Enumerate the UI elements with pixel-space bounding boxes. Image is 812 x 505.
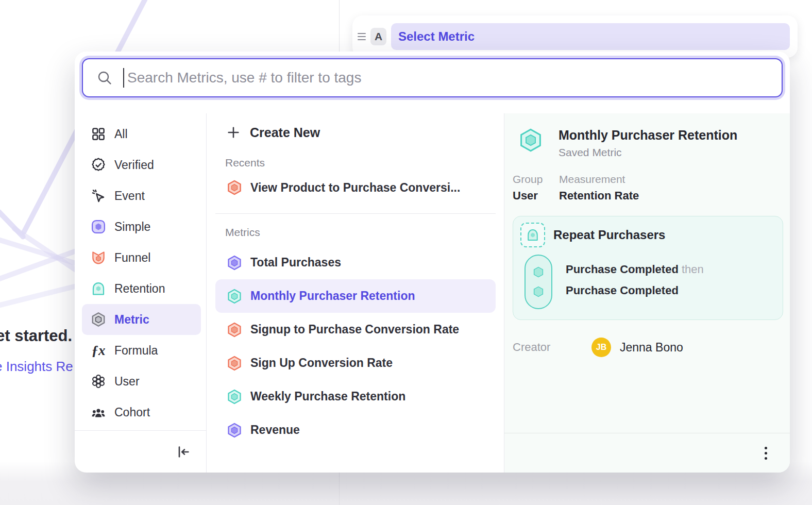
screen: et started. e Insights Re A Select Metri… xyxy=(0,0,812,505)
metric-hexagon-orange-icon xyxy=(227,322,242,338)
metric-hexagon-teal-icon xyxy=(227,289,242,304)
measurement-value: Retention Rate xyxy=(559,189,639,203)
step-hexagon-icon xyxy=(532,285,545,298)
metrics-section-label: Metrics xyxy=(207,226,504,239)
sidebar-item-funnel[interactable]: Funnel xyxy=(82,242,201,273)
sidebar-item-retention[interactable]: Retention xyxy=(82,273,201,304)
metric-list-item[interactable]: Weekly Purchase Retention xyxy=(215,380,496,413)
recent-metric-item[interactable]: View Product to Purchase Conversi... xyxy=(215,173,496,202)
detail-footer xyxy=(504,433,790,473)
definition-step1: Purchase Completed xyxy=(566,263,679,276)
drag-handle-icon[interactable] xyxy=(358,33,366,40)
sidebar-item-cohort[interactable]: Cohort xyxy=(82,397,201,428)
column-divider xyxy=(504,113,504,473)
sidebar-footer xyxy=(75,430,206,473)
measurement-label: Measurement xyxy=(559,173,639,186)
creator-label: Creator xyxy=(513,341,591,354)
cursor-click-icon xyxy=(90,188,107,204)
group-value: User xyxy=(513,189,559,203)
metric-list-item[interactable]: Total Purchases xyxy=(215,246,496,279)
metric-picker-modal: All Verified xyxy=(75,52,790,473)
plus-icon xyxy=(226,125,241,140)
group-label: Group xyxy=(513,173,559,186)
creator-name: Jenna Bono xyxy=(620,341,683,355)
sidebar-item-metric[interactable]: Metric xyxy=(82,304,201,335)
search-input[interactable] xyxy=(127,70,782,86)
retention-definition-icon xyxy=(520,223,545,247)
metric-label: Sign Up Conversion Rate xyxy=(250,356,393,370)
definition-card: Repeat Purchasers Purchase Comp xyxy=(513,216,783,320)
metric-list-item-selected[interactable]: Monthly Purchaser Retention xyxy=(215,279,496,313)
sidebar-item-label: User xyxy=(114,375,140,389)
metric-label: Signup to Purchase Conversion Rate xyxy=(250,323,459,336)
sidebar-item-label: All xyxy=(114,127,128,141)
detail-title: Monthly Purchaser Retention xyxy=(559,128,737,143)
sidebar-item-label: Verified xyxy=(114,158,154,172)
sidebar-item-formula[interactable]: ƒx Formula xyxy=(82,335,201,366)
sidebar-item-user[interactable]: User xyxy=(82,366,201,397)
metric-hexagon-purple-icon xyxy=(227,423,242,438)
grid-icon xyxy=(90,126,107,142)
metric-hexagon-teal-icon xyxy=(518,128,543,153)
cohort-icon xyxy=(90,404,107,420)
simple-metric-icon xyxy=(90,218,107,235)
sidebar-item-label: Cohort xyxy=(114,406,150,419)
list-divider xyxy=(215,213,496,214)
formula-icon: ƒx xyxy=(90,342,107,359)
sidebar-item-simple[interactable]: Simple xyxy=(82,211,201,242)
search-icon xyxy=(96,70,113,86)
background-insights-report-link[interactable]: e Insights Re xyxy=(0,359,73,375)
retention-steps-capsule xyxy=(525,255,552,309)
detail-subtitle: Saved Metric xyxy=(559,146,737,159)
definition-name: Repeat Purchasers xyxy=(553,228,665,242)
metric-hexagon-orange-icon xyxy=(227,356,242,371)
metric-list-item[interactable]: Sign Up Conversion Rate xyxy=(215,346,496,380)
metric-list-column: Create New Recents View Product to Purch… xyxy=(207,113,504,473)
more-options-button[interactable] xyxy=(762,444,770,463)
background-partial-heading: et started. xyxy=(0,327,72,345)
definition-step2: Purchase Completed xyxy=(566,280,704,301)
metric-row-badge: A xyxy=(370,28,386,45)
user-cluster-icon xyxy=(90,373,107,390)
metric-label: Weekly Purchase Retention xyxy=(250,390,405,403)
metric-detail-panel: Monthly Purchaser Retention Saved Metric… xyxy=(504,113,790,473)
funnel-icon xyxy=(90,249,107,266)
metric-hexagon-orange-icon xyxy=(227,180,242,195)
creator-row: Creator JB Jenna Bono xyxy=(504,338,790,357)
metric-label: Total Purchases xyxy=(250,256,341,270)
select-metric-button[interactable]: Select Metric xyxy=(391,23,790,50)
metric-hexagon-purple-icon xyxy=(227,255,242,271)
metric-hexagon-teal-icon xyxy=(227,389,242,405)
creator-avatar: JB xyxy=(591,338,611,357)
filter-sidebar: All Verified xyxy=(75,113,206,473)
sidebar-item-label: Simple xyxy=(114,220,150,234)
recents-section-label: Recents xyxy=(207,157,504,169)
create-new-label: Create New xyxy=(250,125,320,140)
sidebar-item-label: Funnel xyxy=(114,251,150,265)
collapse-sidebar-button[interactable] xyxy=(175,444,192,460)
sidebar-item-label: Retention xyxy=(114,282,165,296)
sidebar-item-all[interactable]: All xyxy=(82,119,201,149)
metric-list-item[interactable]: Signup to Purchase Conversion Rate xyxy=(215,313,496,346)
metric-label: Revenue xyxy=(250,423,300,437)
sidebar-item-label: Formula xyxy=(114,344,158,358)
metric-hexagon-icon xyxy=(90,311,107,328)
retention-icon xyxy=(90,280,107,297)
definition-connector: then xyxy=(682,263,704,276)
search-field[interactable] xyxy=(82,58,783,97)
metric-list-item[interactable]: Revenue xyxy=(215,413,496,447)
sidebar-item-label: Metric xyxy=(114,313,149,327)
metric-label: Monthly Purchaser Retention xyxy=(250,289,415,303)
detail-meta: Group User Measurement Retention Rate xyxy=(504,173,790,203)
sidebar-item-event[interactable]: Event xyxy=(82,180,201,211)
verified-badge-icon xyxy=(90,157,107,173)
text-cursor xyxy=(123,68,124,88)
step-hexagon-icon xyxy=(532,266,545,278)
sidebar-item-verified[interactable]: Verified xyxy=(82,149,201,180)
recent-metric-label: View Product to Purchase Conversi... xyxy=(250,181,460,195)
create-new-button[interactable]: Create New xyxy=(207,122,504,143)
sidebar-item-label: Event xyxy=(114,189,145,203)
